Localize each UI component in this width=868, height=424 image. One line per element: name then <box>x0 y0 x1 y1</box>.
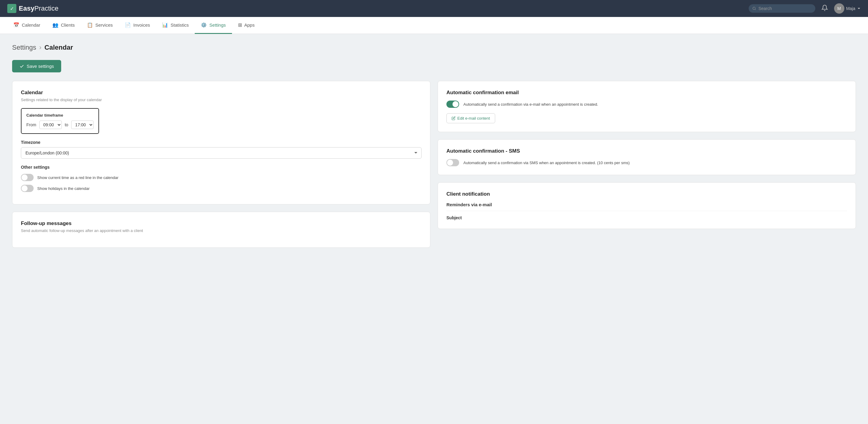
nav-invoices-label: Invoices <box>133 22 150 28</box>
edit-email-button[interactable]: Edit e-mail content <box>446 113 495 123</box>
nav-services-label: Services <box>95 22 113 28</box>
toggle-holidays[interactable] <box>21 185 34 192</box>
logo: ✓ EasyPractice <box>7 4 58 13</box>
sms-toggle-row: Automatically send a confirmation via SM… <box>446 159 847 166</box>
logo-easy: Easy <box>19 4 34 12</box>
email-card: Automatic confirmation email Automatical… <box>438 81 856 132</box>
to-time-select[interactable]: 17:00 16:00 18:00 <box>71 121 94 129</box>
toggle-holidays-slider[interactable] <box>21 185 34 192</box>
avatar: M <box>834 3 844 13</box>
breadcrumb: Settings › Calendar <box>12 43 856 52</box>
search-bar[interactable] <box>749 4 815 13</box>
toggle-row-1: Show current time as a red line in the c… <box>21 174 422 181</box>
nav-apps-label: Apps <box>244 22 255 28</box>
email-description: Automatically send a confirmation via e-… <box>463 102 598 107</box>
nav-settings[interactable]: ⚙️ Settings <box>195 17 232 34</box>
main-navbar: 📅 Calendar 👥 Clients 📋 Services 📄 Invoic… <box>0 17 868 34</box>
sms-description: Automatically send a confirmation via SM… <box>463 160 630 165</box>
timezone-label: Timezone <box>21 140 422 145</box>
email-toggle-row: Automatically send a confirmation via e-… <box>446 100 847 108</box>
services-icon: 📋 <box>87 22 93 28</box>
nav-right: M Maja <box>749 3 861 13</box>
nav-calendar[interactable]: 📅 Calendar <box>7 17 46 34</box>
edit-email-label: Edit e-mail content <box>457 116 490 121</box>
toggle-holidays-label: Show holidays in the calendar <box>37 186 90 191</box>
nav-apps[interactable]: ⊞ Apps <box>232 17 261 34</box>
toggle-sms-confirm-slider[interactable] <box>446 159 459 166</box>
sms-card: Automatic confirmation - SMS Automatical… <box>438 139 856 175</box>
save-settings-button[interactable]: Save settings <box>12 60 61 72</box>
breadcrumb-separator: › <box>39 43 41 52</box>
breadcrumb-current: Calendar <box>44 43 73 52</box>
calendar-timeframe-box: Calendar timeframe From 09:00 08:00 10:0… <box>21 108 99 134</box>
followup-card-title: Follow-up messages <box>21 220 422 226</box>
pencil-icon <box>452 116 456 120</box>
nav-statistics-label: Statistics <box>170 22 189 28</box>
invoices-icon: 📄 <box>125 22 131 28</box>
settings-icon: ⚙️ <box>201 22 207 28</box>
timeframe-label: Calendar timeframe <box>26 113 94 118</box>
followup-card: Follow-up messages Send automatic follow… <box>12 212 430 248</box>
left-column: Calendar Settings related to the display… <box>12 81 430 248</box>
nav-statistics[interactable]: 📊 Statistics <box>156 17 195 34</box>
calendar-card: Calendar Settings related to the display… <box>12 81 430 205</box>
calendar-icon: 📅 <box>13 22 20 28</box>
search-icon <box>752 6 756 10</box>
toggle-red-line[interactable] <box>21 174 34 181</box>
email-card-title: Automatic confirmation email <box>446 90 847 96</box>
nav-clients[interactable]: 👥 Clients <box>46 17 81 34</box>
followup-card-subtitle: Send automatic follow-up messages after … <box>21 229 422 233</box>
from-label: From <box>26 122 36 127</box>
svg-point-0 <box>753 7 755 9</box>
toggle-row-2: Show holidays in the calendar <box>21 185 422 192</box>
search-input[interactable] <box>758 6 810 11</box>
nav-clients-label: Clients <box>61 22 75 28</box>
subject-label: Subject <box>446 215 462 220</box>
toggle-red-line-label: Show current time as a red line in the c… <box>37 175 118 180</box>
nav-invoices[interactable]: 📄 Invoices <box>119 17 156 34</box>
sms-card-title: Automatic confirmation - SMS <box>446 148 847 154</box>
toggle-email-confirm-slider[interactable] <box>446 100 459 108</box>
calendar-card-title: Calendar <box>21 90 422 96</box>
toggle-email-confirm[interactable] <box>446 100 459 108</box>
reminders-label: Reminders via e-mail <box>446 202 847 211</box>
clients-icon: 👥 <box>52 22 58 28</box>
nav-calendar-label: Calendar <box>22 22 40 28</box>
apps-icon: ⊞ <box>238 22 242 28</box>
toggle-red-line-slider[interactable] <box>21 174 34 181</box>
right-column: Automatic confirmation email Automatical… <box>438 81 856 248</box>
nav-settings-label: Settings <box>209 22 226 28</box>
bell-icon[interactable] <box>822 4 828 13</box>
check-icon <box>20 64 24 69</box>
nav-services[interactable]: 📋 Services <box>81 17 119 34</box>
svg-line-1 <box>755 9 755 10</box>
page-content: Settings › Calendar Save settings Calend… <box>0 34 868 258</box>
timeframe-row: From 09:00 08:00 10:00 to 17:00 16:00 18… <box>26 121 94 129</box>
breadcrumb-parent[interactable]: Settings <box>12 43 36 52</box>
logo-icon: ✓ <box>7 4 17 13</box>
user-menu[interactable]: M Maja <box>834 3 861 13</box>
user-name: Maja <box>846 6 855 11</box>
statistics-icon: 📊 <box>162 22 168 28</box>
subject-row: Subject <box>446 215 847 220</box>
toggle-sms-confirm[interactable] <box>446 159 459 166</box>
client-notification-title: Client notification <box>446 191 847 197</box>
other-settings-title: Other settings <box>21 165 422 170</box>
calendar-card-subtitle: Settings related to the display of your … <box>21 97 422 102</box>
logo-practice: Practice <box>34 4 58 12</box>
to-label: to <box>65 122 68 127</box>
client-notification-card: Client notification Reminders via e-mail… <box>438 182 856 229</box>
top-navbar: ✓ EasyPractice M Maja <box>0 0 868 17</box>
timezone-select[interactable]: Europe/London (00:00) UTC (00:00) Americ… <box>21 147 422 159</box>
from-time-select[interactable]: 09:00 08:00 10:00 <box>39 121 62 129</box>
settings-grid: Calendar Settings related to the display… <box>12 81 856 248</box>
save-button-label: Save settings <box>27 64 54 69</box>
chevron-down-icon <box>857 7 861 10</box>
